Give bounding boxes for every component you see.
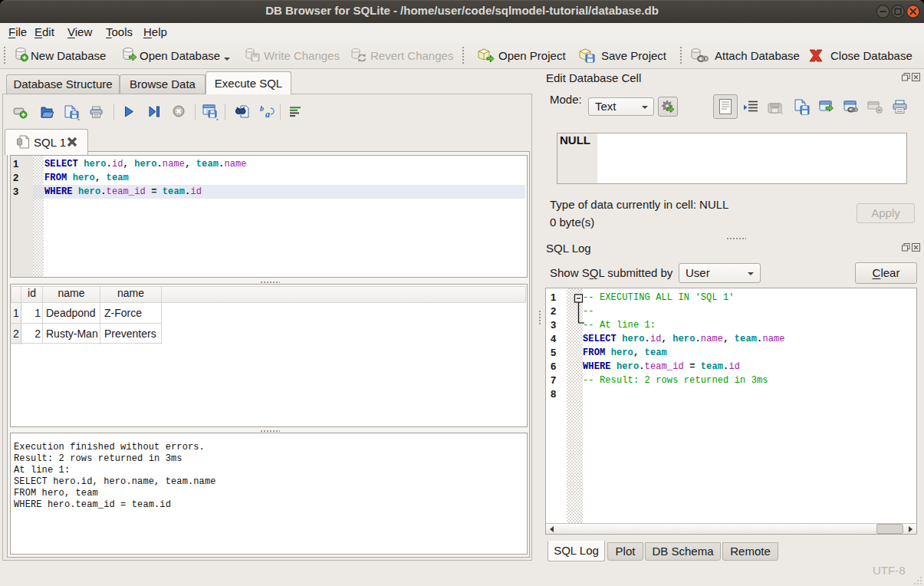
svg-text:b: b: [260, 105, 264, 113]
svg-text:a: a: [265, 109, 270, 119]
